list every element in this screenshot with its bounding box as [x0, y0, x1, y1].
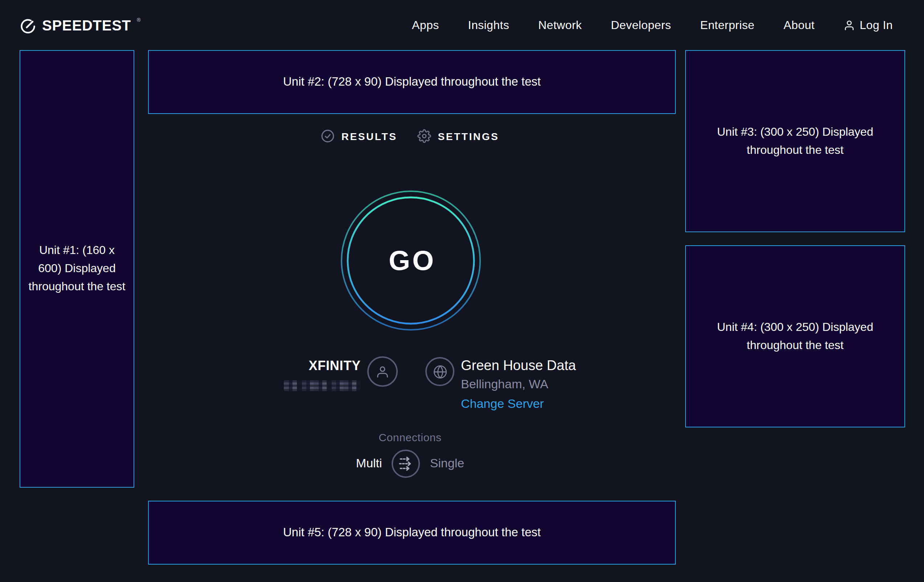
server-badge — [425, 357, 454, 386]
nav-login-label: Log In — [860, 18, 893, 31]
connections-toggle-row: Multi Single — [134, 449, 686, 478]
connection-info: XFINITY Green House Data Bellingham, WA … — [134, 353, 686, 420]
tab-results[interactable]: RESULTS — [321, 129, 398, 143]
ad-unit-1-text: Unit #1: (160 x 600) Displayed throughou… — [20, 242, 134, 296]
user-icon — [844, 19, 855, 31]
ad-unit-2: Unit #2: (728 x 90) Displayed throughout… — [148, 50, 676, 114]
tab-settings-label: SETTINGS — [438, 130, 499, 142]
server-block: Green House Data Bellingham, WA Change S… — [461, 357, 576, 414]
ad-unit-2-text: Unit #2: (728 x 90) Displayed throughout… — [276, 73, 548, 91]
ad-unit-5-text: Unit #5: (728 x 90) Displayed throughout… — [276, 523, 548, 542]
isp-badge — [367, 356, 398, 387]
trademark-symbol: ® — [137, 16, 140, 23]
gear-icon — [417, 129, 431, 143]
tab-results-label: RESULTS — [342, 130, 398, 142]
redacted-ip — [284, 380, 361, 391]
speedtest-page: SPEEDTEST ® Apps Insights Network Develo… — [0, 0, 924, 582]
isp-name: XFINITY — [284, 358, 361, 374]
person-icon — [375, 364, 390, 379]
connections-section: Connections Multi Single — [134, 431, 686, 478]
connections-single-option[interactable]: Single — [430, 457, 465, 471]
connections-toggle-icon[interactable] — [392, 449, 421, 478]
go-button[interactable]: GO — [340, 190, 482, 331]
ad-unit-1: Unit #1: (160 x 600) Displayed throughou… — [20, 50, 134, 488]
ad-unit-3: Unit #3: (300 x 250) Displayed throughou… — [685, 50, 905, 232]
server-location: Bellingham, WA — [461, 374, 576, 394]
nav-about[interactable]: About — [784, 18, 815, 31]
nav-apps[interactable]: Apps — [412, 18, 439, 31]
go-button-label: GO — [340, 190, 482, 331]
header: SPEEDTEST ® Apps Insights Network Develo… — [0, 0, 924, 50]
tab-settings[interactable]: SETTINGS — [417, 129, 499, 143]
change-server-link[interactable]: Change Server — [461, 394, 544, 414]
isp-block: XFINITY — [284, 358, 361, 391]
nav-insights[interactable]: Insights — [468, 18, 510, 31]
ad-unit-4: Unit #4: (300 x 250) Displayed throughou… — [685, 245, 905, 427]
ad-unit-5: Unit #5: (728 x 90) Displayed throughout… — [148, 501, 676, 565]
ad-unit-4-text: Unit #4: (300 x 250) Displayed throughou… — [686, 318, 904, 354]
server-name: Green House Data — [461, 357, 576, 374]
connections-multi-option[interactable]: Multi — [356, 457, 382, 471]
main-nav: Apps Insights Network Developers Enterpr… — [412, 18, 893, 31]
view-tabs: RESULTS SETTINGS — [134, 129, 686, 143]
nav-login[interactable]: Log In — [844, 18, 893, 31]
nav-developers[interactable]: Developers — [611, 18, 671, 31]
globe-icon — [432, 364, 447, 379]
brand-logo[interactable]: SPEEDTEST ® — [20, 16, 140, 35]
nav-network[interactable]: Network — [538, 18, 582, 31]
nav-enterprise[interactable]: Enterprise — [700, 18, 754, 31]
ad-unit-3-text: Unit #3: (300 x 250) Displayed throughou… — [686, 123, 904, 159]
brand-wordmark: SPEEDTEST — [42, 16, 131, 35]
check-circle-icon — [321, 129, 335, 143]
connections-label: Connections — [134, 431, 686, 444]
speedtest-gauge-icon — [20, 17, 36, 34]
